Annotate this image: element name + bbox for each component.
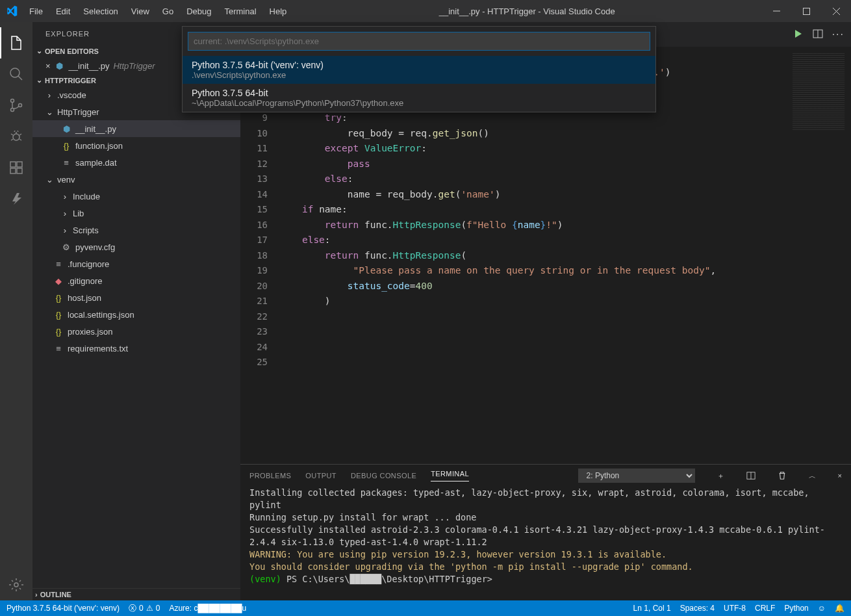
- status-language[interactable]: Python: [784, 604, 808, 613]
- search-icon[interactable]: [0, 58, 32, 90]
- folder-scripts[interactable]: ›Scripts: [32, 222, 240, 238]
- file-name: __init__.py: [69, 61, 110, 71]
- chevron-down-icon: ⌄: [36, 47, 42, 55]
- status-spaces[interactable]: Spaces: 4: [680, 604, 715, 613]
- menu-view[interactable]: View: [125, 3, 155, 20]
- file-gitignore[interactable]: ◆.gitignore: [32, 272, 240, 289]
- chevron-right-icon: ›: [35, 591, 38, 598]
- file-icon: ≡: [53, 344, 64, 353]
- chevron-down-icon: ⌄: [45, 175, 53, 185]
- menu-selection[interactable]: Selection: [77, 3, 123, 20]
- kill-terminal-icon[interactable]: [778, 471, 787, 480]
- file-local-settings[interactable]: {}local.settings.json: [32, 306, 240, 323]
- menu-file[interactable]: File: [23, 3, 49, 20]
- menu-bar: File Edit Selection View Go Debug Termin…: [23, 3, 292, 20]
- svg-rect-10: [10, 162, 16, 167]
- outline-header[interactable]: ›OUTLINE: [32, 588, 240, 600]
- tab-terminal[interactable]: TERMINAL: [431, 470, 469, 481]
- close-icon[interactable]: ×: [45, 61, 51, 71]
- file-icon: ≡: [61, 158, 71, 168]
- status-interpreter[interactable]: Python 3.7.5 64-bit ('venv': venv): [6, 604, 120, 613]
- file-init[interactable]: ⬢__init__.py: [32, 120, 240, 137]
- status-errors[interactable]: ⓧ0⚠0: [129, 603, 160, 614]
- svg-point-4: [10, 68, 19, 77]
- file-pyvenv[interactable]: ⚙pyvenv.cfg: [32, 238, 240, 255]
- python-file-icon: ⬢: [55, 61, 65, 71]
- minimap[interactable]: [786, 47, 851, 464]
- menu-terminal[interactable]: Terminal: [218, 3, 262, 20]
- file-icon: ≡: [53, 259, 64, 269]
- svg-point-7: [11, 109, 14, 112]
- json-file-icon: {}: [53, 327, 64, 337]
- chevron-down-icon: ⌄: [45, 107, 53, 117]
- new-terminal-icon[interactable]: ＋: [717, 471, 724, 481]
- file-funcignore[interactable]: ≡.funcignore: [32, 255, 240, 272]
- status-bar: Python 3.7.5 64-bit ('venv': venv) ⓧ0⚠0 …: [0, 600, 851, 616]
- settings-gear-icon[interactable]: [0, 569, 32, 600]
- chevron-down-icon: ⌄: [36, 76, 42, 84]
- menu-help[interactable]: Help: [264, 3, 293, 20]
- terminal-select[interactable]: 2: Python: [578, 468, 695, 483]
- status-eol[interactable]: CRLF: [755, 604, 775, 613]
- debug-icon[interactable]: [0, 121, 32, 152]
- tab-output[interactable]: OUTPUT: [305, 472, 337, 480]
- folder-include[interactable]: ›Include: [32, 188, 240, 205]
- chevron-right-icon: ›: [45, 90, 53, 100]
- extensions-icon[interactable]: [0, 152, 32, 183]
- folder-lib[interactable]: ›Lib: [32, 205, 240, 222]
- svg-rect-12: [17, 168, 22, 173]
- tab-problems[interactable]: PROBLEMS: [249, 472, 291, 480]
- activity-bar: [0, 22, 32, 600]
- menu-go[interactable]: Go: [157, 3, 179, 20]
- tab-debug-console[interactable]: DEBUG CONSOLE: [351, 472, 416, 480]
- file-hint: HttpTrigger: [113, 61, 155, 71]
- azure-icon[interactable]: [0, 183, 32, 214]
- json-file-icon: {}: [53, 310, 64, 320]
- quick-pick: Python 3.7.5 64-bit ('venv': venv) .\ven…: [182, 26, 656, 112]
- svg-rect-1: [803, 8, 809, 14]
- split-terminal-icon[interactable]: [746, 471, 756, 480]
- chevron-right-icon: ›: [61, 192, 69, 201]
- file-proxies-json[interactable]: {}proxies.json: [32, 323, 240, 340]
- status-encoding[interactable]: UTF-8: [724, 604, 746, 613]
- status-feedback-icon[interactable]: ☺: [818, 604, 826, 613]
- status-bell-icon[interactable]: 🔔: [835, 604, 845, 613]
- file-host-json[interactable]: {}host.json: [32, 289, 240, 306]
- quick-pick-item[interactable]: Python 3.7.5 64-bit ~\AppData\Local\Prog…: [183, 84, 655, 112]
- status-azure[interactable]: Azure: c████████u: [169, 604, 246, 613]
- json-file-icon: {}: [53, 293, 64, 303]
- title-bar: File Edit Selection View Go Debug Termin…: [0, 0, 851, 22]
- status-position[interactable]: Ln 1, Col 1: [633, 604, 671, 613]
- close-button[interactable]: [821, 0, 851, 22]
- window-title: __init__.py - HTTPTrigger - Visual Studi…: [292, 6, 761, 16]
- terminal-body[interactable]: Installing collected packages: typed-ast…: [240, 487, 851, 600]
- run-icon[interactable]: [793, 29, 804, 40]
- git-icon: ◆: [53, 276, 64, 286]
- svg-point-9: [13, 134, 19, 140]
- source-control-icon[interactable]: [0, 90, 32, 121]
- maximize-panel-icon[interactable]: ︿: [809, 471, 816, 481]
- vscode-logo-icon: [0, 5, 23, 17]
- file-function-json[interactable]: {}function.json: [32, 137, 240, 154]
- quick-pick-input[interactable]: [188, 32, 650, 51]
- folder-venv[interactable]: ⌄venv: [32, 171, 240, 188]
- minimize-button[interactable]: [761, 0, 791, 22]
- file-requirements[interactable]: ≡requirements.txt: [32, 340, 240, 357]
- chevron-right-icon: ›: [61, 209, 69, 218]
- svg-rect-13: [17, 162, 22, 167]
- menu-debug[interactable]: Debug: [181, 3, 217, 20]
- maximize-button[interactable]: [791, 0, 821, 22]
- svg-line-5: [18, 76, 22, 80]
- menu-edit[interactable]: Edit: [50, 3, 76, 20]
- python-file-icon: ⬢: [61, 124, 71, 134]
- explorer-icon[interactable]: [0, 27, 32, 58]
- more-icon[interactable]: ···: [832, 29, 845, 40]
- file-sample-dat[interactable]: ≡sample.dat: [32, 154, 240, 171]
- svg-rect-11: [10, 168, 16, 173]
- quick-pick-item[interactable]: Python 3.7.5 64-bit ('venv': venv) .\ven…: [183, 56, 655, 84]
- close-panel-icon[interactable]: ×: [838, 472, 842, 480]
- svg-point-6: [11, 99, 14, 103]
- warning-icon: ⚠: [146, 604, 153, 613]
- split-editor-icon[interactable]: [813, 29, 823, 40]
- json-file-icon: {}: [61, 141, 71, 151]
